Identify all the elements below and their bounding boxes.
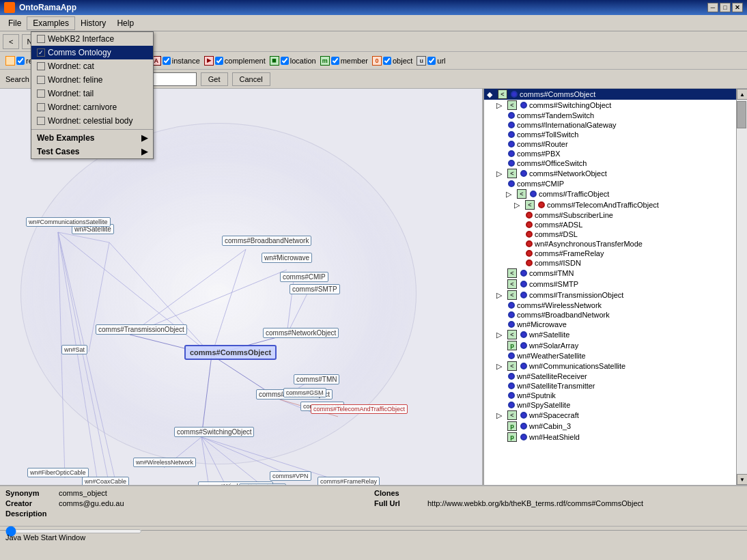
back-badge-spacecraft: < — [507, 410, 517, 420]
get-button[interactable]: Get — [201, 72, 228, 86]
dot-sputnik — [508, 392, 515, 399]
graph-node-wn-fiberoptic[interactable]: wn#FiberOpticCable — [27, 468, 89, 477]
comms-checkbox[interactable]: ✓ — [37, 48, 45, 57]
menu-wordnet-tail[interactable]: Wordnet: tail — [31, 87, 153, 100]
back-button[interactable]: < — [3, 34, 19, 49]
tree-item-atm[interactable]: wn#AsynchronousTransferMode — [484, 239, 736, 249]
tree-label-tollSwitch: comms#TollSwitch — [517, 130, 578, 139]
tree-item-heatShield[interactable]: p wn#HeatShield — [484, 432, 736, 443]
tail-checkbox[interactable] — [37, 89, 45, 98]
menu-file[interactable]: File — [3, 16, 27, 30]
comms-label: Comms Ontology — [48, 48, 111, 57]
tree-item-solarArray[interactable]: p wn#SolarArray — [484, 340, 736, 351]
dot-spacecraft — [520, 412, 527, 419]
dot-subscriberLine — [526, 212, 533, 219]
app-title: OntoRamaApp — [19, 3, 76, 12]
object-checkbox[interactable] — [383, 57, 391, 65]
tree-item-broadbandNetwork[interactable]: comms#BroadbandNetwork — [484, 310, 736, 320]
part-badge-heatShield: p — [507, 432, 517, 442]
tree-item-switchingObject[interactable]: ▷ < comms#SwitchingObject — [484, 100, 736, 111]
scroll-track[interactable] — [737, 100, 747, 474]
graph-node-comms-router[interactable]: comms#Router — [239, 484, 286, 485]
complement-label: complement — [225, 57, 266, 65]
cat-checkbox[interactable] — [37, 62, 45, 70]
tree-item-satellite[interactable]: ▷ < wn#Satellite — [484, 329, 736, 340]
tree-item-framerelay[interactable]: comms#FrameRelay — [484, 249, 736, 258]
tree-item-sputnik[interactable]: wn#Sputnik — [484, 391, 736, 400]
scroll-down-button[interactable]: ▼ — [737, 474, 747, 485]
menu-wordnet-celestial[interactable]: Wordnet: celestial body — [31, 114, 153, 128]
status-fullurl-row: Full Url http://www.webkb.org/kb/theKB_t… — [374, 499, 742, 507]
scroll-up-button[interactable]: ▲ — [737, 89, 747, 100]
complement-checkbox[interactable] — [215, 57, 223, 65]
menu-examples[interactable]: Examples — [27, 16, 75, 30]
instance-checkbox[interactable] — [163, 57, 171, 65]
tree-label-transmission: comms#TransmissionObject — [529, 291, 623, 299]
menu-wordnet-carnivore[interactable]: Wordnet: carnivore — [31, 100, 153, 114]
celestial-checkbox[interactable] — [37, 117, 45, 125]
tree-item-adsl[interactable]: comms#ADSL — [484, 220, 736, 229]
tree-item-dsl[interactable]: comms#DSL — [484, 229, 736, 239]
dot-router — [508, 141, 515, 148]
tree-item-telecomTraffic[interactable]: ▷ < comms#TelecomAndTrafficObject — [484, 199, 736, 210]
tree-item-smtp[interactable]: < comms#SMTP — [484, 279, 736, 290]
menu-wordnet-feline[interactable]: Wordnet: feline — [31, 73, 153, 87]
tree-item-cabin3[interactable]: p wn#Cabin_3 — [484, 421, 736, 432]
tree-item-cmip[interactable]: comms#CMIP — [484, 179, 736, 188]
url-checkbox[interactable] — [427, 57, 436, 65]
tree-item-tollSwitch[interactable]: comms#TollSwitch — [484, 130, 736, 139]
tree-item-satelliteReceiver[interactable]: wn#SatelliteReceiver — [484, 372, 736, 381]
graph-node-comms-wireless[interactable]: comms#WirelessNetwork — [198, 481, 273, 485]
tree-scrollbar[interactable]: ▲ ▼ — [736, 89, 747, 485]
menu-wordnet-cat[interactable]: Wordnet: cat — [31, 59, 153, 73]
tree-item-officeSwitch[interactable]: comms#OfficeSwitch — [484, 158, 736, 168]
carnivore-label: Wordnet: carnivore — [48, 102, 117, 112]
menu-webkb2[interactable]: WebKB2 Interface — [31, 32, 153, 46]
tree-item-trafficObject[interactable]: ▷ < comms#TrafficObject — [484, 188, 736, 199]
tree-item-commsSatellite[interactable]: ▷ < wn#CommunicationsSatellite — [484, 361, 736, 372]
tree-item-intlGateway[interactable]: comms#InternationalGateway — [484, 120, 736, 130]
tree-item-spySatellite[interactable]: wn#SpySatellite — [484, 400, 736, 410]
graph-node-comms-vpn[interactable]: comms#VPN — [270, 471, 311, 481]
graph-node-wn-coaxcable[interactable]: wn#CoaxCable — [82, 477, 129, 485]
back-badge-satellite: < — [507, 330, 517, 339]
menu-test-cases[interactable]: Test Cases ▶ — [31, 145, 153, 158]
back-badge-switching: < — [507, 100, 517, 110]
tree-item-isdn[interactable]: comms#ISDN — [484, 258, 736, 268]
tree-label-dsl: comms#DSL — [535, 230, 578, 238]
menu-history[interactable]: History — [75, 16, 111, 30]
tree-item-wirelessNetwork[interactable]: comms#WirelessNetwork — [484, 300, 736, 310]
scroll-thumb[interactable] — [737, 101, 746, 128]
minimize-button[interactable]: ─ — [707, 3, 718, 12]
menu-help[interactable]: Help — [111, 16, 139, 30]
tree-item-router[interactable]: comms#Router — [484, 139, 736, 149]
close-button[interactable]: ✕ — [732, 3, 743, 12]
tree-item-spacecraft[interactable]: ▷ < wn#Spacecraft — [484, 410, 736, 421]
tree-item-satelliteTransmitter[interactable]: wn#SatelliteTransmitter — [484, 381, 736, 391]
cancel-button[interactable]: Cancel — [232, 72, 270, 86]
tree-item-transmissionObject[interactable]: ▷ < comms#TransmissionObject — [484, 290, 736, 300]
tree-item-pbx[interactable]: comms#PBX — [484, 149, 736, 158]
tree-item-microwave[interactable]: wn#Microwave — [484, 320, 736, 329]
location-checkbox[interactable] — [281, 57, 289, 65]
dot-framerelay — [526, 250, 533, 257]
tree-item-tmn[interactable]: < comms#TMN — [484, 268, 736, 279]
tree-panel[interactable]: ◆ < comms#CommsObject ▷ < comms#Switchin… — [483, 89, 736, 485]
graph-node-comms-framerelay[interactable]: comms#FrameRelay — [318, 477, 380, 485]
menu-web-examples[interactable]: Web Examples ▶ — [31, 131, 153, 145]
member-checkbox[interactable] — [331, 57, 339, 65]
carnivore-checkbox[interactable] — [37, 103, 45, 111]
tree-item-weatherSatellite[interactable]: wn#WeatherSatellite — [484, 351, 736, 361]
dot-wirelessNetwork — [508, 302, 515, 309]
reverse-checkbox[interactable] — [16, 57, 25, 65]
feline-checkbox[interactable] — [37, 76, 45, 84]
menu-comms-ontology[interactable]: ✓ Comms Ontology — [31, 46, 153, 59]
webkb2-checkbox[interactable] — [37, 35, 45, 43]
expand-icon-traffic: ▷ — [506, 190, 516, 199]
statusbar: Synonym comms_object Creator comms@gu.ed… — [0, 485, 747, 526]
tree-item-tandemSwitch[interactable]: comms#TandemSwitch — [484, 111, 736, 120]
maximize-button[interactable]: □ — [720, 3, 731, 12]
tree-item-commsObject[interactable]: ◆ < comms#CommsObject — [484, 89, 736, 100]
tree-item-subscriberLine[interactable]: comms#SubscriberLine — [484, 210, 736, 220]
tree-item-networkObject[interactable]: ▷ < comms#NetworkObject — [484, 168, 736, 179]
